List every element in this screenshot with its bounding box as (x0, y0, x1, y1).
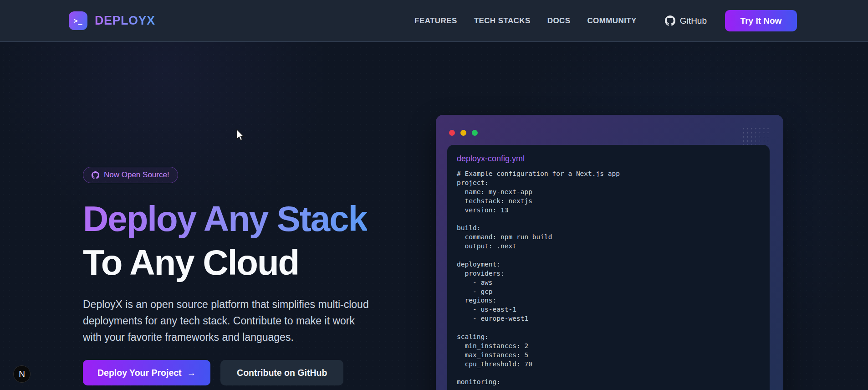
title-line2: To Any Cloud (83, 242, 299, 282)
code-line: techstack: nextjs (457, 197, 761, 206)
page-title: Deploy Any Stack To Any Cloud (83, 197, 374, 284)
code-line (457, 215, 761, 224)
code-window: deployx-config.yml # Example configurati… (436, 115, 783, 390)
window-maximize-button[interactable] (472, 130, 478, 136)
code-line: min_instances: 2 (457, 342, 761, 351)
contribute-github-button[interactable]: Contribute on GitHub (220, 360, 343, 385)
code-line: cpu_threshold: 70 (457, 360, 761, 369)
github-link[interactable]: GitHub (665, 15, 707, 26)
nav-link-tech-stacks[interactable]: TECH STACKS (474, 16, 531, 26)
nav-actions: GitHub Try It Now (665, 10, 797, 31)
mouse-cursor-icon (236, 129, 247, 142)
nav-links: FEATURES TECH STACKS DOCS COMMUNITY (414, 16, 637, 26)
code-line: project: (457, 179, 761, 188)
code-line (457, 251, 761, 261)
window-minimize-button[interactable] (460, 130, 466, 136)
hero-buttons: Deploy Your Project → Contribute on GitH… (83, 360, 374, 385)
github-label: GitHub (680, 16, 707, 26)
badge-label: Now Open Source! (104, 170, 169, 180)
code-filename: deployx-config.yml (457, 154, 761, 164)
code-line: monitoring: (457, 378, 761, 387)
brand-logo[interactable]: >_ DEPLOYX (69, 11, 155, 30)
code-line: - gcp (457, 288, 761, 297)
code-line: - aws (457, 279, 761, 288)
hero-section: Now Open Source! Deploy Any Stack To Any… (83, 167, 374, 385)
logo-glyph: >_ (73, 17, 82, 25)
github-icon (92, 171, 99, 179)
brand-name: DEPLOYX (95, 14, 155, 28)
code-line: output: .next (457, 242, 761, 251)
terminal-prompt-icon: >_ (69, 11, 87, 30)
nav-link-features[interactable]: FEATURES (414, 16, 457, 26)
code-line: max_instances: 5 (457, 351, 761, 360)
code-line: scaling: (457, 333, 761, 342)
nextjs-dev-badge[interactable]: N (13, 365, 31, 383)
window-close-button[interactable] (449, 130, 455, 136)
code-line: - europe-west1 (457, 315, 761, 324)
code-line: regions: (457, 297, 761, 306)
code-line (457, 369, 761, 379)
code-line (457, 324, 761, 333)
code-line: version: 13 (457, 206, 761, 216)
github-icon (665, 15, 675, 26)
code-editor-panel: deployx-config.yml # Example configurati… (447, 145, 770, 390)
yaml-code-block: # Example configuration for a Next.js ap… (457, 170, 761, 387)
code-line: name: my-next-app (457, 188, 761, 197)
arrow-right-icon: → (187, 368, 196, 378)
title-line1: Deploy Any Stack (83, 199, 367, 239)
deploy-project-label: Deploy Your Project (97, 368, 182, 378)
code-line: - us-east-1 (457, 306, 761, 315)
code-line: command: npm run build (457, 233, 761, 242)
window-controls (449, 130, 478, 136)
hero-description: DeployX is an open source platform that … (83, 296, 369, 345)
navbar: >_ DEPLOYX FEATURES TECH STACKS DOCS COM… (0, 0, 868, 42)
try-it-now-button[interactable]: Try It Now (725, 10, 797, 31)
code-line: build: (457, 224, 761, 233)
deploy-project-button[interactable]: Deploy Your Project → (83, 360, 210, 385)
code-line: deployment: (457, 261, 761, 270)
nav-link-community[interactable]: COMMUNITY (587, 16, 636, 26)
nav-link-docs[interactable]: DOCS (547, 16, 571, 26)
open-source-badge[interactable]: Now Open Source! (83, 167, 178, 183)
code-line: # Example configuration for a Next.js ap… (457, 170, 761, 179)
code-line: providers: (457, 270, 761, 279)
